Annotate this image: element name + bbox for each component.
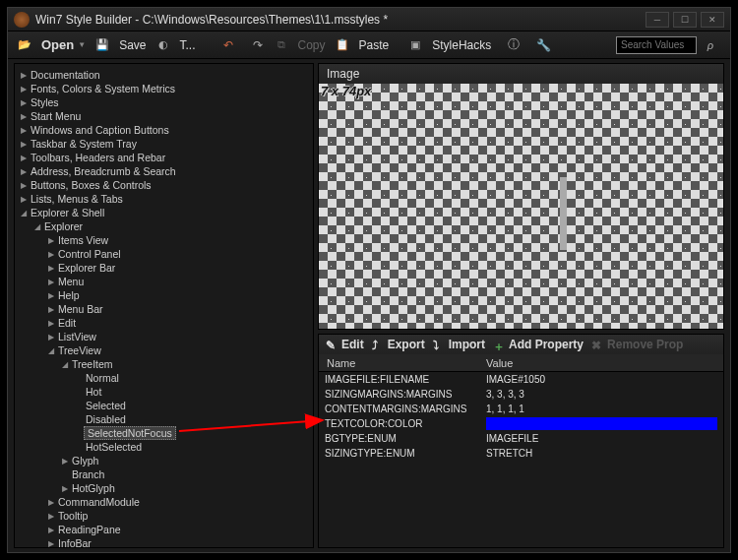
expand-arrow-icon[interactable]: ▶	[19, 140, 29, 149]
tree-item[interactable]: ▶Control Panel	[19, 247, 309, 261]
tree-item[interactable]: ▶Fonts, Colors & System Metrics	[19, 82, 309, 95]
tree-item[interactable]: ▶Edit	[19, 316, 309, 330]
expand-arrow-icon[interactable]: ◢	[60, 360, 70, 369]
titlebar[interactable]: Win7 Style Builder - C:\Windows\Resource…	[8, 8, 730, 31]
test-button[interactable]: T...	[174, 36, 202, 54]
save-button[interactable]: Save	[113, 36, 152, 54]
expand-arrow-icon[interactable]: ▶	[19, 112, 29, 121]
property-row[interactable]: TEXTCOLOR:COLOR	[319, 416, 723, 431]
expand-arrow-icon[interactable]: ▶	[19, 126, 29, 135]
minimize-button[interactable]: ─	[646, 12, 669, 28]
expand-arrow-icon[interactable]: ▶	[46, 250, 56, 259]
tree-item[interactable]: Disabled	[19, 412, 309, 426]
tree-item[interactable]: ◢TreeItem	[19, 357, 309, 371]
expand-arrow-icon[interactable]: ▶	[46, 333, 56, 342]
tree-item[interactable]: Branch	[19, 467, 309, 481]
expand-arrow-icon[interactable]: ▶	[46, 539, 56, 548]
tools-button[interactable]: 🔧	[530, 36, 556, 54]
image-preview[interactable]: 7 x 74px	[319, 84, 723, 329]
redo-button[interactable]: ↷	[245, 36, 271, 54]
properties-body[interactable]: IMAGEFILE:FILENAMEIMAGE#1050SIZINGMARGIN…	[319, 372, 723, 547]
tree-item[interactable]: ▶Tooltip	[19, 509, 309, 523]
checker-background	[319, 84, 723, 329]
property-row[interactable]: SIZINGTYPE:ENUMSTRETCH	[319, 446, 723, 461]
expand-arrow-icon[interactable]: ▶	[46, 498, 56, 507]
tree-item[interactable]: ▶Styles	[19, 95, 309, 109]
search-button[interactable]: ρ	[701, 36, 720, 54]
tree-item[interactable]: ▶Buttons, Boxes & Controls	[19, 178, 309, 192]
expand-arrow-icon[interactable]: ◢	[46, 346, 56, 355]
info-button[interactable]: ⓘ	[501, 36, 526, 54]
redo-icon: ↷	[251, 38, 265, 52]
export-prop-button[interactable]: ⤴Export	[369, 338, 428, 351]
expand-arrow-icon[interactable]: ▶	[46, 264, 56, 273]
property-row[interactable]: CONTENTMARGINS:MARGINS1, 1, 1, 1	[319, 402, 723, 416]
stylehacks-button[interactable]: StyleHacks	[426, 36, 497, 54]
property-name: SIZINGMARGINS:MARGINS	[319, 389, 486, 400]
expand-arrow-icon[interactable]: ▶	[19, 98, 29, 107]
expand-arrow-icon[interactable]: ▶	[46, 319, 56, 328]
tree-item[interactable]: ▶Address, Breadcrumb & Search	[19, 164, 309, 178]
tree-item[interactable]: ◢TreeView	[19, 343, 309, 357]
save-icon: 💾	[95, 38, 109, 52]
add-prop-button[interactable]: ＋Add Property	[490, 338, 586, 351]
expand-arrow-icon[interactable]: ▶	[19, 154, 29, 162]
open-button[interactable]: Open▼	[35, 35, 92, 54]
expand-arrow-icon[interactable]: ▶	[46, 291, 56, 300]
tree-item[interactable]: ▶Taskbar & System Tray	[19, 137, 309, 151]
tree-item-label: Items View	[56, 234, 110, 246]
tree-item[interactable]: ▶Start Menu	[19, 109, 309, 123]
expand-arrow-icon[interactable]: ▶	[46, 526, 56, 534]
expand-arrow-icon[interactable]: ▶	[19, 167, 29, 176]
tree-item[interactable]: Selected	[19, 399, 309, 412]
expand-arrow-icon[interactable]: ▶	[46, 278, 56, 286]
expand-arrow-icon[interactable]: ▶	[19, 85, 29, 93]
maximize-button[interactable]: ☐	[673, 12, 697, 28]
tree-item[interactable]: ▶Menu	[19, 275, 309, 288]
col-name[interactable]: Name	[319, 354, 486, 371]
tree-item[interactable]: ▶Toolbars, Headers and Rebar	[19, 151, 309, 164]
tree-item[interactable]: Normal	[19, 371, 309, 385]
tree-item[interactable]: ▶Lists, Menus & Tabs	[19, 192, 309, 206]
tree-item[interactable]: Hot	[19, 385, 309, 399]
tree-item[interactable]: ▶InfoBar	[19, 536, 309, 548]
tree-item[interactable]: SelectedNotFocus	[19, 426, 309, 440]
tree-item[interactable]: ▶Menu Bar	[19, 302, 309, 316]
paste-button[interactable]: Paste	[353, 36, 396, 54]
col-value[interactable]: Value	[486, 354, 723, 371]
tree-pane[interactable]: ▶Documentation▶Fonts, Colors & System Me…	[14, 63, 314, 548]
search-input[interactable]	[616, 36, 697, 54]
tree-item[interactable]: ▶ListView	[19, 330, 309, 343]
tree-item[interactable]: ▶Help	[19, 288, 309, 302]
close-button[interactable]: ✕	[701, 12, 724, 28]
expand-arrow-icon[interactable]: ▶	[60, 457, 70, 466]
expand-arrow-icon[interactable]: ▶	[46, 305, 56, 314]
property-row[interactable]: BGTYPE:ENUMIMAGEFILE	[319, 431, 723, 446]
tree-item[interactable]: ◢Explorer & Shell	[19, 206, 309, 219]
expand-arrow-icon[interactable]: ▶	[19, 71, 29, 80]
property-row[interactable]: SIZINGMARGINS:MARGINS3, 3, 3, 3	[319, 387, 723, 402]
tree-item[interactable]: ▶Documentation	[19, 68, 309, 82]
expand-arrow-icon[interactable]: ▶	[19, 181, 29, 190]
tree-item[interactable]: ▶Windows and Caption Buttons	[19, 123, 309, 137]
undo-button[interactable]: ↶	[215, 36, 241, 54]
expand-arrow-icon[interactable]: ◢	[32, 222, 42, 231]
tree-item[interactable]: ▶CommandModule	[19, 495, 309, 509]
tree-item[interactable]: ▶Items View	[19, 233, 309, 247]
expand-arrow-icon[interactable]: ◢	[19, 209, 29, 218]
expand-arrow-icon[interactable]: ▶	[46, 236, 56, 245]
edit-prop-button[interactable]: ✎Edit	[323, 338, 367, 351]
expand-arrow-icon[interactable]: ▶	[19, 195, 29, 204]
tree-item[interactable]: ▶Glyph	[19, 454, 309, 467]
import-prop-button[interactable]: ⤵Import	[430, 338, 488, 351]
copy-button[interactable]: Copy	[292, 36, 332, 54]
tree-item[interactable]: ▶Explorer Bar	[19, 261, 309, 275]
remove-prop-button[interactable]: ✖Remove Prop	[588, 338, 686, 351]
property-row[interactable]: IMAGEFILE:FILENAMEIMAGE#1050	[319, 372, 723, 387]
tree-item[interactable]: ▶HotGlyph	[19, 481, 309, 495]
expand-arrow-icon[interactable]: ▶	[46, 512, 56, 521]
tree-item[interactable]: ▶ReadingPane	[19, 523, 309, 536]
expand-arrow-icon[interactable]: ▶	[60, 484, 70, 493]
tree-item[interactable]: ◢Explorer	[19, 219, 309, 233]
tree-item[interactable]: HotSelected	[19, 440, 309, 454]
